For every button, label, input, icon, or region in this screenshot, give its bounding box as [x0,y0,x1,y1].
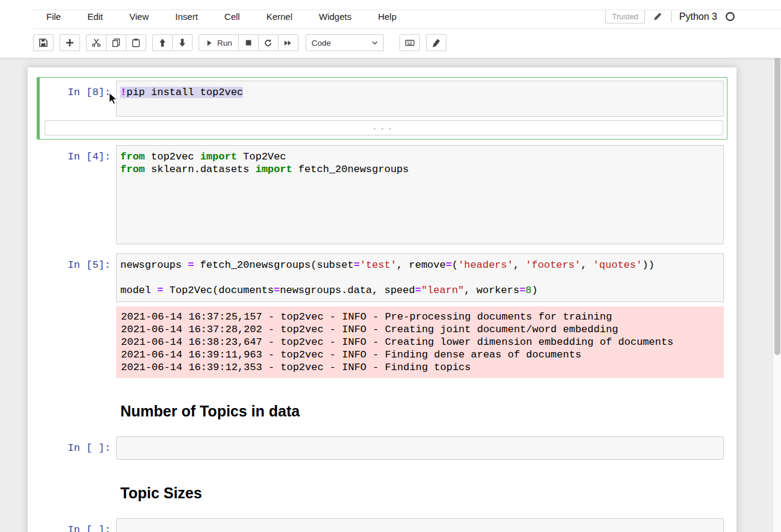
code-editor[interactable] [116,518,724,532]
stderr-output: 2021-06-14 16:37:25,157 - top2vec - INFO… [116,306,724,378]
keyboard-icon [404,38,415,48]
markdown-cell[interactable]: Number of Topics in data [37,383,727,431]
restart-run-all-button[interactable] [278,34,298,51]
cell-type-value: Code [312,39,331,48]
menu-view[interactable]: View [116,5,162,28]
menu-insert[interactable]: Insert [162,5,211,28]
collapsed-output-toggle[interactable]: ... [45,120,723,135]
markdown-content: Topic Sizes [116,469,724,509]
header-vertical-divider [671,11,671,23]
code-cell[interactable]: In [8]:!pip install top2vec ... [37,77,727,140]
cut-cell-button[interactable] [86,34,106,51]
toolbar: Run Code [0,29,781,53]
copy-icon [111,38,121,48]
play-icon [205,39,213,47]
header-divider [33,10,781,10]
cell-type-dropdown[interactable]: Code [306,34,384,51]
fast-forward-icon [283,39,292,48]
move-cell-up-button[interactable] [152,34,173,51]
input-prompt [40,469,116,509]
input-prompt: In [4]: [40,145,116,244]
menu-edit[interactable]: Edit [74,5,116,28]
chevron-down-icon [372,41,378,45]
paste-icon [131,38,141,48]
paste-cell-button[interactable] [126,34,146,51]
brush-icon [431,38,441,48]
menu-cell[interactable]: Cell [211,5,253,28]
refresh-icon [264,39,273,48]
menubar-right-cluster: Trusted Python 3 [605,10,735,23]
markdown-heading: Topic Sizes [120,484,724,502]
notebook-container: In [8]:!pip install top2vec ...In [4]:fr… [28,67,736,532]
menu-help[interactable]: Help [365,5,410,28]
menu-kernel[interactable]: Kernel [253,5,306,28]
arrow-down-icon [177,38,187,48]
run-label: Run [217,39,232,48]
output-area: 2021-06-14 16:37:25,157 - top2vec - INFO… [40,306,724,378]
trusted-badge[interactable]: Trusted [605,10,645,23]
plus-icon [65,38,75,48]
restart-kernel-button[interactable] [258,34,279,51]
stop-icon [244,39,253,47]
save-icon [39,38,48,48]
markdown-cell[interactable]: Topic Sizes [37,465,727,513]
run-button[interactable]: Run [199,34,239,51]
code-editor[interactable] [116,436,724,460]
code-cell[interactable]: In [ ]: [37,433,727,463]
scissors-icon [91,38,101,48]
save-button[interactable] [33,34,54,51]
input-prompt: In [8]: [40,81,116,117]
input-prompt: In [ ]: [40,518,116,532]
interrupt-kernel-button[interactable] [238,34,259,51]
code-editor[interactable]: from top2vec import Top2Vecfrom sklearn.… [116,145,724,244]
markdown-heading: Number of Topics in data [120,403,724,420]
kernel-idle-indicator-icon [725,11,735,22]
vertical-scrollbar[interactable] [773,53,781,532]
input-prompt: In [5]: [40,253,116,302]
code-editor[interactable]: !pip install top2vec [116,81,724,117]
input-prompt: In [ ]: [40,436,116,460]
notebook-cells: In [8]:!pip install top2vec ...In [4]:fr… [37,77,727,532]
command-palette-button[interactable] [400,34,420,51]
arrow-up-icon [158,38,167,48]
input-prompt [40,387,116,427]
code-cell[interactable]: In [4]:from top2vec import Top2Vecfrom s… [37,141,727,248]
move-cell-down-button[interactable] [172,34,193,51]
extension-brush-button[interactable] [426,34,446,51]
code-editor[interactable]: newsgroups = fetch_20newsgroups(subset='… [116,253,724,302]
markdown-content: Number of Topics in data [116,387,724,427]
menu-file[interactable]: File [33,5,74,28]
menu-bar: File Edit View Insert Cell Kernel Widget… [33,5,781,29]
edit-mode-pencil-icon [653,11,663,22]
add-cell-button[interactable] [60,34,80,51]
code-cell[interactable]: In [ ]: [37,515,727,532]
scrollbar-thumb[interactable] [774,54,780,355]
notebook-scroll-area[interactable]: In [8]:!pip install top2vec ...In [4]:fr… [0,53,773,532]
kernel-name: Python 3 [679,11,717,22]
menu-widgets[interactable]: Widgets [306,5,365,28]
code-cell[interactable]: In [5]:newsgroups = fetch_20newsgroups(s… [37,250,727,382]
copy-cell-button[interactable] [106,34,126,51]
notebook-header: File Edit View Insert Cell Kernel Widget… [0,5,781,58]
